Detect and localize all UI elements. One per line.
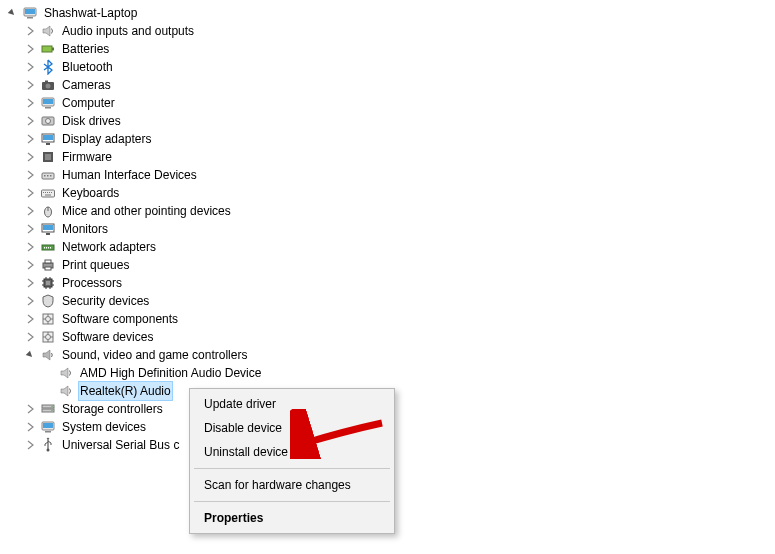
svg-rect-23 (43, 192, 44, 193)
tree-category-label: Cameras (60, 76, 113, 94)
display-icon (40, 131, 56, 147)
ctx-item-label: Update driver (204, 397, 276, 411)
ctx-item-label: Uninstall device (204, 445, 288, 459)
caret-collapsed-icon[interactable] (24, 331, 36, 343)
ctx-disable-device[interactable]: Disable device (190, 416, 394, 440)
caret-collapsed-icon[interactable] (24, 61, 36, 73)
tree-category[interactable]: Software devices (6, 328, 775, 346)
tree-category-label: Human Interface Devices (60, 166, 199, 184)
svg-rect-19 (44, 175, 46, 177)
tree-category-label: Software components (60, 310, 180, 328)
tree-category[interactable]: Human Interface Devices (6, 166, 775, 184)
svg-point-63 (47, 449, 50, 452)
ctx-item-label: Disable device (204, 421, 282, 435)
caret-collapsed-icon[interactable] (24, 313, 36, 325)
tree-category[interactable]: Network adapters (6, 238, 775, 256)
tree-category-label: Batteries (60, 40, 111, 58)
svg-rect-28 (45, 195, 51, 196)
security-icon (40, 293, 56, 309)
processor-icon (40, 275, 56, 291)
svg-rect-9 (43, 99, 53, 104)
caret-collapsed-icon[interactable] (24, 277, 36, 289)
svg-rect-15 (46, 143, 50, 145)
caret-collapsed-icon[interactable] (24, 43, 36, 55)
caret-collapsed-icon[interactable] (24, 241, 36, 253)
caret-collapsed-icon[interactable] (24, 79, 36, 91)
tree-category[interactable]: Firmware (6, 148, 775, 166)
svg-rect-20 (47, 175, 49, 177)
tree-category-label: Mice and other pointing devices (60, 202, 233, 220)
svg-rect-10 (45, 107, 51, 109)
svg-rect-17 (45, 154, 51, 160)
tree-category[interactable]: Disk drives (6, 112, 775, 130)
caret-collapsed-icon[interactable] (24, 223, 36, 235)
tree-category[interactable]: Cameras (6, 76, 775, 94)
tree-category-label: Storage controllers (60, 400, 165, 418)
caret-collapsed-icon[interactable] (24, 97, 36, 109)
device-tree[interactable]: Shashwat-Laptop Audio inputs and outputs… (0, 0, 775, 454)
tree-root-node[interactable]: Shashwat-Laptop (6, 4, 775, 22)
svg-rect-32 (43, 225, 53, 230)
tree-category[interactable]: Display adapters (6, 130, 775, 148)
caret-expanded-icon[interactable] (6, 7, 18, 19)
audio-icon (40, 23, 56, 39)
svg-point-6 (46, 84, 51, 89)
tree-category[interactable]: Computer (6, 94, 775, 112)
tree-category-label: Keyboards (60, 184, 121, 202)
ctx-separator (194, 468, 390, 469)
tree-category[interactable]: Bluetooth (6, 58, 775, 76)
caret-collapsed-icon[interactable] (24, 151, 36, 163)
caret-collapsed-icon[interactable] (24, 259, 36, 271)
ctx-item-label: Scan for hardware changes (204, 478, 351, 492)
bluetooth-icon (40, 59, 56, 75)
caret-collapsed-icon[interactable] (24, 133, 36, 145)
caret-collapsed-icon[interactable] (24, 115, 36, 127)
caret-collapsed-icon[interactable] (24, 421, 36, 433)
tree-category[interactable]: Processors (6, 274, 775, 292)
printer-icon (40, 257, 56, 273)
svg-rect-1 (25, 9, 35, 14)
tree-device[interactable]: AMD High Definition Audio Device (6, 364, 775, 382)
svg-rect-4 (52, 48, 54, 51)
tree-root-label: Shashwat-Laptop (42, 4, 139, 22)
tree-category-label: Universal Serial Bus c (60, 436, 181, 454)
caret-collapsed-icon[interactable] (24, 439, 36, 451)
tree-category-label: Computer (60, 94, 117, 112)
caret-collapsed-icon[interactable] (24, 25, 36, 37)
tree-category[interactable]: Security devices (6, 292, 775, 310)
caret-collapsed-icon[interactable] (24, 295, 36, 307)
tree-category[interactable]: Monitors (6, 220, 775, 238)
ctx-update-driver[interactable]: Update driver (190, 392, 394, 416)
tree-category-label: Disk drives (60, 112, 123, 130)
caret-collapsed-icon[interactable] (24, 205, 36, 217)
tree-category-label: Monitors (60, 220, 110, 238)
hid-icon (40, 167, 56, 183)
tree-category[interactable]: Mice and other pointing devices (6, 202, 775, 220)
svg-point-59 (51, 410, 52, 411)
svg-rect-27 (51, 192, 52, 193)
caret-expanded-icon[interactable] (24, 349, 36, 361)
caret-collapsed-icon[interactable] (24, 169, 36, 181)
ctx-properties[interactable]: Properties (190, 506, 394, 530)
speaker-icon (40, 347, 56, 363)
tree-category-sound[interactable]: Sound, video and game controllers (6, 346, 775, 364)
ctx-scan-hardware[interactable]: Scan for hardware changes (190, 473, 394, 497)
tree-category[interactable]: Software components (6, 310, 775, 328)
tree-category[interactable]: Keyboards (6, 184, 775, 202)
caret-collapsed-icon[interactable] (24, 187, 36, 199)
caret-collapsed-icon[interactable] (24, 403, 36, 415)
disk-icon (40, 113, 56, 129)
ctx-uninstall-device[interactable]: Uninstall device (190, 440, 394, 464)
computer-icon (40, 95, 56, 111)
storage-icon (40, 401, 56, 417)
tree-category-label: Network adapters (60, 238, 158, 256)
tree-category[interactable]: Audio inputs and outputs (6, 22, 775, 40)
tree-category[interactable]: Print queues (6, 256, 775, 274)
tree-category-label: Audio inputs and outputs (60, 22, 196, 40)
keyboard-icon (40, 185, 56, 201)
svg-point-58 (51, 406, 52, 407)
svg-rect-37 (48, 247, 49, 249)
tree-category[interactable]: Batteries (6, 40, 775, 58)
tree-category-label: Security devices (60, 292, 151, 310)
usb-icon (40, 437, 56, 453)
